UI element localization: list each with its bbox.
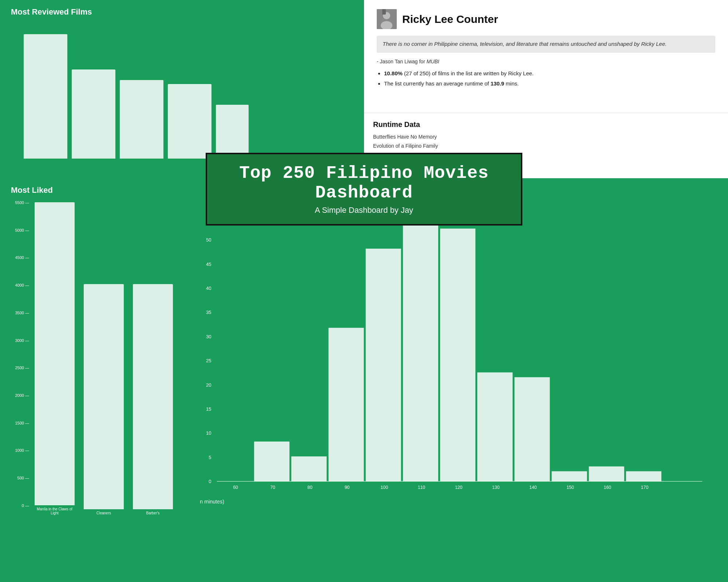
- x-axis-title: Runtime (in minutes): [200, 499, 224, 505]
- hist-y-5: 5: [209, 455, 211, 460]
- hist-y-45: 45: [206, 262, 211, 267]
- liked-bar-1: [35, 202, 75, 505]
- liked-col-3: Barber's: [131, 202, 175, 515]
- bar-col-1: [24, 29, 67, 160]
- liked-label-3: Barber's: [146, 511, 160, 515]
- y-liked-3500: 3500 —: [11, 311, 31, 315]
- hist-bar-70: [254, 442, 289, 481]
- liked-bars: Manila in the Claws of Light Cleaners Ba…: [33, 202, 175, 515]
- runtime-item-1: Butterflies Have No Memory: [373, 132, 719, 141]
- hist-bar-100: [366, 249, 401, 482]
- stat-1: 10.80% (27 of 250) of films in the list …: [384, 69, 715, 78]
- runtime-data-title: Runtime Data: [373, 120, 719, 129]
- most-liked-panel: Most Liked 5500 — 5000 — 4500 — 4000 — 3…: [0, 178, 186, 582]
- liked-col-1: Manila in the Claws of Light: [33, 202, 76, 515]
- hist-y-25: 25: [206, 358, 211, 363]
- attribution-source: MUBI: [427, 59, 439, 64]
- hist-bar-140: [514, 377, 550, 481]
- hist-y-15: 15: [206, 406, 211, 412]
- x-label-70: 70: [270, 485, 275, 490]
- x-label-90: 90: [345, 485, 350, 490]
- hist-y-0: 0: [209, 479, 211, 484]
- y-liked-5500: 5500 —: [11, 200, 31, 205]
- hist-y-50: 50: [206, 237, 211, 243]
- hist-bar-110: [403, 214, 438, 482]
- hist-y-20: 20: [206, 382, 211, 388]
- hist-bar-160: [589, 466, 624, 481]
- most-reviewed-panel: Most Reviewed Films: [0, 0, 266, 178]
- hist-y-35: 35: [206, 310, 211, 315]
- stat-2: The list currently has an average runtim…: [384, 80, 715, 88]
- bar-col-5: GomBurZa: [216, 29, 249, 160]
- runtime-distribution-panel: Runtime Distribution 55 50 45 40 35 30 2…: [186, 178, 728, 582]
- hist-y-10: 10: [206, 430, 211, 436]
- y-liked-2500: 2500 —: [11, 366, 31, 370]
- overlay-title-box: Top 250 Filipino Movies Dashboard A Simp…: [206, 153, 522, 226]
- x-label-150: 150: [566, 485, 574, 490]
- most-reviewed-title: Most Reviewed Films: [11, 7, 255, 17]
- most-liked-chart: 5500 — 5000 — 4500 — 4000 — 3500 — 3000 …: [11, 199, 175, 526]
- avatar-image: [377, 9, 397, 29]
- x-label-160: 160: [604, 485, 612, 490]
- ricky-stats: 10.80% (27 of 250) of films in the list …: [377, 69, 715, 88]
- ricky-lee-panel: Ricky Lee Counter There is no corner in …: [364, 0, 728, 113]
- bar-col-2: [72, 29, 115, 160]
- liked-col-2: Cleaners: [82, 202, 126, 515]
- hist-y-40: 40: [206, 286, 211, 291]
- stat-1-bold: 10.80%: [384, 70, 403, 76]
- hist-bar-130: [477, 372, 513, 481]
- liked-bar-2: [84, 284, 124, 509]
- avatar: [377, 9, 397, 29]
- reviewed-bars: GomBurZa: [24, 29, 255, 160]
- ricky-name: Ricky Lee Counter: [402, 13, 498, 25]
- y-liked-3000: 3000 —: [11, 338, 31, 343]
- y-liked-1000: 1000 —: [11, 448, 31, 453]
- most-liked-title: Most Liked: [11, 186, 175, 195]
- bar-2: [72, 69, 115, 159]
- bar-col-3: [120, 29, 163, 160]
- liked-bar-3: [133, 284, 173, 509]
- y-liked-4500: 4500 —: [11, 255, 31, 260]
- stat-1-text: (27 of 250) of films in the list are wri…: [404, 70, 534, 76]
- x-label-100: 100: [381, 485, 388, 490]
- bar-5: [216, 105, 249, 155]
- histogram-svg: 55 50 45 40 35 30 25 20 15 10 5 0: [200, 204, 713, 513]
- svg-rect-3: [382, 9, 386, 15]
- stat-2-bold: 130.9: [491, 80, 505, 87]
- hist-y-30: 30: [206, 334, 211, 339]
- liked-label-1: Manila in the Claws of Light: [33, 507, 76, 515]
- stat-2-unit: mins.: [506, 80, 519, 87]
- main-title: Top 250 Filipino Movies Dashboard: [229, 163, 499, 203]
- subtitle: A Simple Dashboard by Jay: [229, 206, 499, 215]
- y-liked-4000: 4000 —: [11, 283, 31, 287]
- stat-2-text: The list currently has an average runtim…: [384, 80, 491, 87]
- attribution-text: - Jason Tan Liwag for: [377, 59, 425, 64]
- x-label-130: 130: [492, 485, 500, 490]
- quote-box: There is no corner in Philippine cinema,…: [377, 36, 715, 53]
- runtime-item-2: Evolution of a Filipino Family: [373, 141, 719, 151]
- quote-text: There is no corner in Philippine cinema,…: [383, 41, 666, 47]
- most-reviewed-chart: GomBurZa: [11, 22, 255, 160]
- hist-bar-80: [291, 457, 327, 481]
- bar-3: [120, 80, 163, 159]
- ricky-header: Ricky Lee Counter: [377, 9, 715, 29]
- liked-label-2: Cleaners: [96, 511, 111, 515]
- y-liked-1500: 1500 —: [11, 421, 31, 425]
- bar-1: [24, 34, 67, 159]
- vertical-divider: [266, 0, 270, 178]
- hist-bar-90: [329, 328, 364, 481]
- x-label-110: 110: [418, 485, 426, 490]
- x-label-80: 80: [308, 485, 313, 490]
- x-label-60: 60: [233, 485, 238, 490]
- y-liked-0: 0 —: [11, 503, 31, 508]
- x-label-170: 170: [641, 485, 649, 490]
- hist-bar-170: [626, 471, 661, 482]
- bar-col-4: [168, 29, 211, 160]
- bar-4: [168, 84, 211, 159]
- y-liked-2000: 2000 —: [11, 393, 31, 398]
- y-liked-500: 500 —: [11, 476, 31, 480]
- hist-bar-120: [440, 228, 475, 481]
- hist-bar-150: [552, 471, 587, 482]
- y-liked-5000: 5000 —: [11, 228, 31, 232]
- x-label-140: 140: [529, 485, 537, 490]
